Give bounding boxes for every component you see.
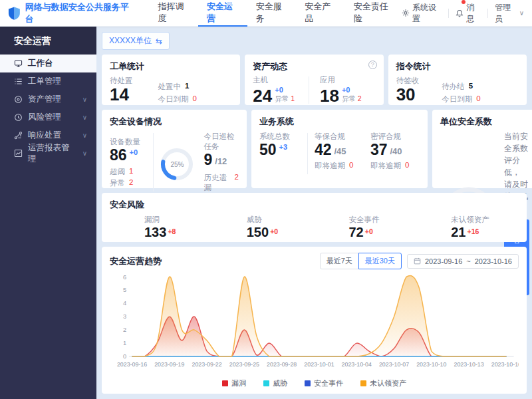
date-range-picker[interactable]: 2023-09-16 ~ 2023-10-16: [407, 254, 519, 269]
unread-badge: [462, 0, 466, 4]
mp-due-label: 即将逾期: [370, 161, 401, 171]
asset-icon: [14, 95, 23, 104]
svg-text:5: 5: [123, 287, 126, 293]
legend-threats[interactable]: 威胁: [263, 378, 287, 388]
legend-label: 漏洞: [231, 378, 246, 388]
divider: [307, 133, 308, 174]
svg-text:2023-09-25: 2023-09-25: [229, 361, 259, 368]
device-count: 86: [110, 147, 127, 163]
system-total-label: 系统总数: [259, 132, 301, 142]
area-chart: 01234562023-09-162023-09-192023-09-22202…: [110, 269, 519, 376]
mp-due-value: 0: [405, 161, 409, 171]
bell-icon: [456, 9, 464, 18]
sidebar: 安全运营 工作台 工单管理 资产管理 ∨ 风险管理 ∨ 响应处置: [0, 27, 96, 399]
legend-label: 未认领资产: [370, 378, 406, 388]
sidebar-item-assets[interactable]: 资产管理 ∨: [0, 90, 96, 108]
svg-text:2023-10-07: 2023-10-07: [379, 361, 409, 368]
nav-security-operations[interactable]: 安全运营: [198, 0, 247, 27]
svg-text:3: 3: [123, 313, 126, 320]
svg-text:2023-09-16: 2023-09-16: [117, 361, 147, 368]
nav-security-insurance[interactable]: 安全责任险: [345, 0, 402, 27]
progress-percent: 25%: [160, 147, 194, 182]
svg-text:2023-10-13: 2023-10-13: [454, 361, 483, 368]
card-asset-dynamics: 资产动态 ? 主机 24 +0 异常 1: [245, 55, 383, 105]
app-abnormal-label: 异常: [342, 94, 356, 102]
messages-button[interactable]: 消息: [456, 2, 481, 25]
system-settings-button[interactable]: 系统设置: [402, 2, 442, 25]
sidebar-item-risk[interactable]: 风险管理 ∨: [0, 108, 96, 126]
unit-switcher[interactable]: XXXXX单位 ⇆: [102, 32, 170, 50]
app-label: 应用: [320, 75, 376, 85]
risk-item-security-events: 安全事件 72+0: [315, 215, 417, 240]
user-name: 管理员: [495, 2, 517, 25]
chevron-down-icon: ∨: [82, 114, 87, 121]
due-label: 今日到期: [442, 94, 472, 104]
system-total: 50: [259, 142, 277, 158]
task-total: /12: [215, 156, 227, 168]
svg-text:2023-09-19: 2023-09-19: [154, 361, 184, 368]
todo-value: 5: [469, 82, 473, 92]
host-abnormal-value: 1: [291, 94, 295, 102]
missed-value: 2: [234, 173, 238, 193]
top-nav: 指挥调度 安全运营 安全服务 安全产品 安全责任险: [150, 0, 402, 27]
risk-value: 72: [349, 225, 364, 239]
date-separator: ~: [466, 257, 470, 265]
sidebar-title: 安全运营: [0, 27, 96, 55]
calendar-icon: [414, 257, 421, 265]
inspection-task-label: 今日巡检任务: [203, 132, 238, 152]
risk-value: 150: [247, 225, 269, 239]
host-abnormal-label: 异常: [275, 94, 289, 102]
card-title: 单位安全系数: [440, 116, 529, 128]
device-count-label: 设备数量: [110, 137, 146, 147]
legend-swatch: [360, 380, 366, 386]
legend-label: 安全事件: [314, 378, 343, 388]
risk-label: 漏洞: [144, 215, 212, 225]
legend-label: 威胁: [273, 378, 287, 388]
risk-icon: [14, 113, 23, 122]
svg-text:0: 0: [123, 353, 126, 360]
sidebar-item-reports[interactable]: 运营报表管理 ∨: [0, 144, 96, 162]
range-30d-button[interactable]: 最近30天: [358, 253, 402, 269]
sign-value: 30: [396, 86, 420, 104]
host-label: 主机: [253, 75, 309, 85]
trend-chart: 01234562023-09-162023-09-192023-09-22202…: [110, 269, 519, 376]
sidebar-item-workbench[interactable]: 工作台: [0, 55, 96, 72]
system-delta: +3: [279, 143, 287, 158]
processing-label: 处置中: [158, 82, 182, 92]
svg-text:2023-10-16: 2023-10-16: [491, 361, 519, 368]
sidebar-item-tickets[interactable]: 工单管理: [0, 72, 96, 90]
sidebar-item-label: 响应处置: [28, 130, 77, 141]
task-done: 9: [203, 152, 212, 168]
abnormal-value: 2: [129, 178, 133, 188]
over-threshold-label: 超阈: [110, 167, 125, 177]
card-business-systems: 业务系统 系统总数 50+3 等保合规 42/45 即将逾期0: [251, 110, 428, 188]
card-instruction-stats: 指令统计 待签收 30 待办结5 今日到期0: [388, 55, 527, 105]
nav-security-products[interactable]: 安全产品: [296, 0, 345, 27]
risk-delta: +0: [270, 227, 278, 235]
ticket-icon: [14, 77, 23, 86]
divider: [153, 133, 154, 192]
djbh-total: /45: [334, 146, 346, 158]
top-header: 网络与数据安全公共服务平台 指挥调度 安全运营 安全服务 安全产品 安全责任险 …: [0, 0, 532, 27]
legend-vulnerabilities[interactable]: 漏洞: [222, 378, 246, 388]
legend-security-events[interactable]: 安全事件: [305, 378, 343, 388]
user-menu[interactable]: 管理员 ∨: [495, 2, 524, 25]
legend-unclaimed-assets[interactable]: 未认领资产: [360, 378, 406, 388]
processing-value: 1: [185, 82, 189, 92]
card-title: 安全风险: [110, 199, 519, 211]
inspection-progress-ring: 25%: [160, 147, 194, 182]
shield-logo-icon: [8, 6, 21, 21]
card-operations-trend: 安全运营趋势 最近7天 最近30天 2023-09-16 ~ 2023-10-1…: [102, 247, 527, 394]
settings-label: 系统设置: [412, 2, 442, 25]
djbh-value: 42: [315, 142, 332, 158]
nav-security-services[interactable]: 安全服务: [247, 0, 297, 27]
svg-text:1: 1: [123, 340, 126, 346]
range-7d-button[interactable]: 最近7天: [320, 253, 359, 269]
risk-item-unclaimed-assets: 未认领资产 21+16: [416, 215, 519, 240]
nav-command-dispatch[interactable]: 指挥调度: [150, 0, 199, 27]
card-title: 工单统计: [110, 61, 232, 72]
svg-text:2023-10-04: 2023-10-04: [342, 361, 372, 368]
risk-value: 21: [451, 225, 466, 239]
help-icon[interactable]: ?: [368, 61, 377, 69]
gear-icon: [402, 9, 410, 17]
